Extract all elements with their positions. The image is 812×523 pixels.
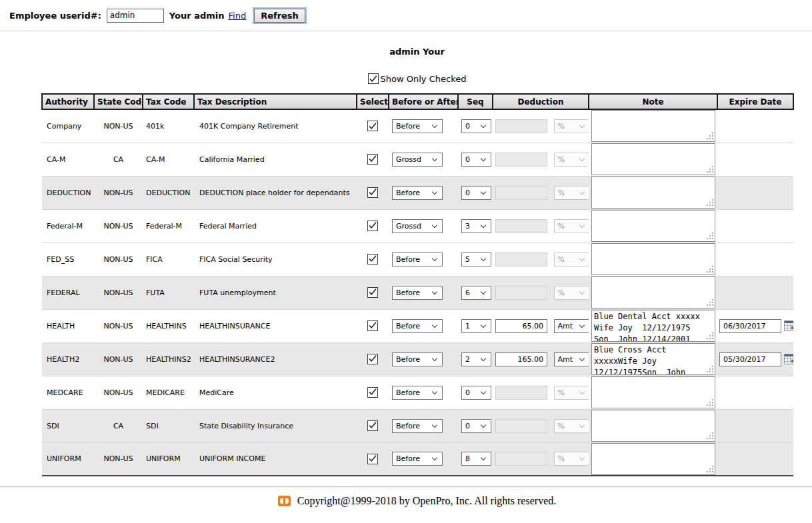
deduction-unit-select[interactable]: % bbox=[554, 452, 589, 466]
tax-description-cell: HEALTHINSURANCE bbox=[199, 322, 270, 330]
before-after-select[interactable]: Grossd bbox=[392, 219, 443, 233]
seq-select[interactable]: 6 bbox=[461, 286, 491, 300]
before-after-select[interactable]: Before bbox=[392, 319, 443, 333]
authority-cell: CA-M bbox=[47, 155, 65, 164]
deduction-unit-select[interactable]: % bbox=[554, 253, 589, 266]
resize-grip-icon[interactable] bbox=[712, 438, 713, 439]
deduction-unit-select[interactable]: % bbox=[554, 153, 589, 167]
deduction-amount-input[interactable] bbox=[495, 452, 547, 466]
note-textarea[interactable] bbox=[591, 110, 715, 142]
resize-grip-icon[interactable] bbox=[712, 404, 713, 406]
tax-code-cell: MEDICARE bbox=[146, 388, 185, 397]
resize-grip-icon[interactable] bbox=[712, 338, 713, 339]
seq-select[interactable]: 0 bbox=[461, 386, 491, 400]
seq-select[interactable]: 0 bbox=[461, 419, 491, 433]
chevron-down-icon bbox=[432, 222, 437, 227]
note-textarea[interactable] bbox=[591, 343, 715, 375]
note-textarea[interactable] bbox=[591, 310, 715, 342]
deduction-amount-input[interactable] bbox=[495, 319, 547, 333]
deduction-unit-select[interactable]: Amt bbox=[554, 319, 589, 333]
seq-select[interactable]: 5 bbox=[461, 253, 491, 266]
expire-date-input[interactable] bbox=[719, 319, 781, 333]
note-textarea[interactable] bbox=[591, 376, 715, 408]
seq-select[interactable]: 2 bbox=[461, 352, 491, 366]
select-checkbox[interactable] bbox=[367, 121, 378, 131]
note-textarea[interactable] bbox=[591, 243, 715, 275]
deduction-unit-select[interactable]: % bbox=[554, 219, 589, 233]
resize-grip-icon[interactable] bbox=[712, 471, 713, 472]
note-textarea[interactable] bbox=[591, 143, 715, 175]
deduction-amount-input[interactable] bbox=[495, 153, 547, 167]
note-textarea[interactable] bbox=[591, 410, 715, 442]
resize-grip-icon[interactable] bbox=[712, 205, 713, 206]
column-header: Deduction bbox=[493, 94, 589, 109]
deduction-unit-select[interactable]: % bbox=[554, 119, 589, 133]
seq-select[interactable]: 1 bbox=[461, 319, 491, 333]
expire-date-input[interactable] bbox=[719, 352, 781, 366]
seq-select[interactable]: 3 bbox=[461, 219, 491, 233]
deduction-amount-input[interactable] bbox=[495, 419, 547, 433]
note-textarea[interactable] bbox=[591, 177, 715, 209]
select-checkbox[interactable] bbox=[367, 254, 378, 264]
before-after-select[interactable]: Grossd bbox=[392, 153, 443, 167]
resize-grip-icon[interactable] bbox=[712, 304, 713, 306]
calendar-icon[interactable] bbox=[784, 320, 793, 331]
resize-grip-icon[interactable] bbox=[712, 171, 713, 173]
employee-userid-input[interactable] bbox=[107, 9, 164, 23]
deduction-unit-select[interactable]: Amt bbox=[554, 352, 589, 366]
deduction-unit-select[interactable]: % bbox=[554, 186, 589, 200]
deduction-unit-select[interactable]: % bbox=[554, 386, 589, 400]
table-row: DEDUCTION NON-US DEDUCTION DEDUCTION pla… bbox=[42, 176, 793, 209]
chevron-down-icon bbox=[481, 222, 486, 227]
select-checkbox[interactable] bbox=[367, 420, 378, 431]
before-after-select[interactable]: Before bbox=[392, 119, 443, 133]
deduction-amount-input[interactable] bbox=[495, 352, 547, 366]
select-checkbox[interactable] bbox=[367, 354, 378, 364]
seq-select[interactable]: 0 bbox=[461, 186, 491, 200]
deduction-amount-input[interactable] bbox=[495, 186, 547, 200]
seq-select[interactable]: 0 bbox=[461, 153, 491, 167]
show-only-checked-checkbox[interactable] bbox=[368, 73, 379, 84]
select-checkbox[interactable] bbox=[367, 187, 378, 198]
select-checkbox[interactable] bbox=[367, 454, 378, 464]
deduction-amount-input[interactable] bbox=[495, 119, 547, 133]
authority-cell: DEDUCTION bbox=[47, 189, 91, 197]
calendar-icon[interactable] bbox=[784, 354, 793, 364]
deduction-unit-select[interactable]: % bbox=[554, 286, 589, 300]
deduction-unit-select[interactable]: % bbox=[554, 419, 589, 433]
before-after-select[interactable]: Before bbox=[392, 419, 443, 433]
authority-cell: HEALTH2 bbox=[47, 355, 79, 364]
authority-cell: Company bbox=[47, 122, 81, 131]
select-checkbox[interactable] bbox=[367, 154, 378, 165]
before-after-select[interactable]: Before bbox=[392, 186, 443, 200]
resize-grip-icon[interactable] bbox=[712, 238, 713, 239]
find-link[interactable]: Find bbox=[229, 11, 247, 21]
before-after-select[interactable]: Before bbox=[392, 386, 443, 400]
deduction-amount-input[interactable] bbox=[495, 253, 547, 266]
note-textarea[interactable] bbox=[591, 276, 715, 308]
column-header: Seq bbox=[458, 94, 493, 109]
state-code-cell: NON-US bbox=[103, 322, 133, 330]
seq-select[interactable]: 0 bbox=[461, 119, 491, 133]
before-after-select[interactable]: Before bbox=[392, 452, 443, 466]
select-checkbox[interactable] bbox=[367, 221, 378, 231]
tax-code-cell: UNIFORM bbox=[146, 454, 181, 463]
deduction-amount-input[interactable] bbox=[495, 386, 547, 400]
resize-grip-icon[interactable] bbox=[712, 271, 713, 272]
checkmark-icon bbox=[369, 388, 377, 396]
chevron-down-icon bbox=[481, 388, 486, 394]
resize-grip-icon[interactable] bbox=[712, 371, 713, 372]
deduction-amount-input[interactable] bbox=[495, 286, 547, 300]
select-checkbox[interactable] bbox=[367, 387, 378, 398]
select-checkbox[interactable] bbox=[367, 287, 378, 298]
note-textarea[interactable] bbox=[591, 210, 715, 242]
refresh-button[interactable]: Refresh bbox=[254, 9, 305, 23]
deduction-amount-input[interactable] bbox=[495, 219, 547, 233]
select-checkbox[interactable] bbox=[367, 320, 378, 331]
before-after-select[interactable]: Before bbox=[392, 286, 443, 300]
note-textarea[interactable] bbox=[591, 443, 715, 475]
seq-select[interactable]: 8 bbox=[461, 452, 491, 466]
resize-grip-icon[interactable] bbox=[712, 138, 713, 139]
before-after-select[interactable]: Before bbox=[392, 352, 443, 366]
before-after-select[interactable]: Before bbox=[392, 253, 443, 266]
